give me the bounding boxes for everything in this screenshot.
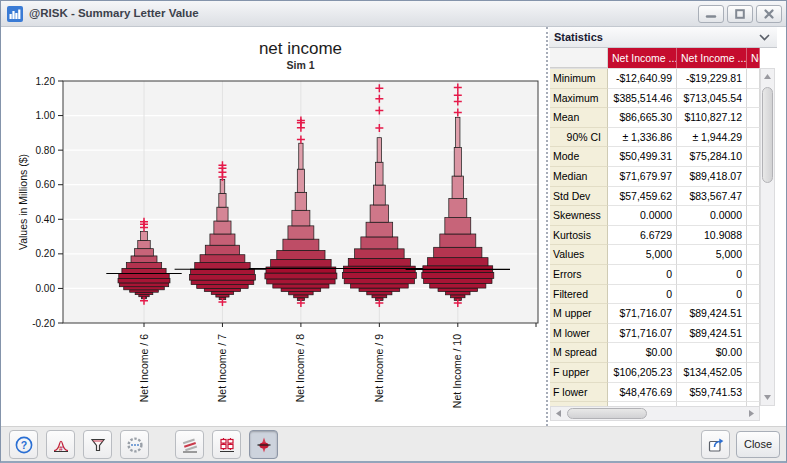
x-axis-label: Net Income / 8: [294, 334, 306, 402]
box-plot-icon: [217, 435, 237, 455]
trend-lines-icon: [180, 435, 200, 455]
stats-cell: [747, 363, 760, 383]
box-plot-button[interactable]: [212, 430, 241, 459]
stats-row: Values5,0005,000: [550, 245, 760, 265]
stats-row: Std Dev$57,459.62$83,567.47: [550, 187, 760, 207]
stats-row: M upper$71,716.07$89,424.51: [550, 304, 760, 324]
stats-cell: [747, 69, 760, 89]
close-window-button[interactable]: [756, 5, 782, 23]
stats-row-label: Kurtosis: [550, 226, 608, 246]
maximize-button[interactable]: [727, 5, 753, 23]
scroll-up-button[interactable]: [761, 69, 774, 84]
stats-row-label: Errors: [550, 265, 608, 285]
stats-row-label: Filtered: [550, 285, 608, 305]
stats-cell: $0.00: [677, 343, 747, 363]
collapse-chevron-icon[interactable]: [758, 33, 771, 42]
stats-row: Errors00: [550, 265, 760, 285]
close-button[interactable]: Close: [736, 431, 780, 458]
stats-cell: $83,567.47: [677, 187, 747, 207]
stats-row-label: Maximum: [550, 89, 608, 109]
stats-cell: [747, 324, 760, 344]
h-scroll-track[interactable]: [550, 406, 760, 421]
stats-row-label: M upper: [550, 304, 608, 324]
summary-plot-icon: [254, 435, 274, 455]
stats-cell: [747, 147, 760, 167]
stats-cell: ± 1,336.86: [608, 128, 677, 148]
stats-row: Maximum$385,514.46$713,045.54: [550, 89, 760, 109]
title-bar[interactable]: @RISK - Summary Letter Value: [1, 1, 786, 27]
stats-cell: [747, 265, 760, 285]
y-tick-label: 0.20: [36, 248, 56, 259]
chart-subtitle: Sim 1: [286, 59, 314, 71]
stats-cell: -$12,640.99: [608, 69, 677, 89]
stats-cell: [747, 128, 760, 148]
stats-cell: $71,716.07: [608, 324, 677, 344]
share-arrow-icon: [706, 435, 726, 455]
v-scroll-thumb[interactable]: [762, 87, 773, 183]
stats-cell: 0.0000: [677, 206, 747, 226]
y-tick-label: -0.20: [32, 318, 55, 329]
x-axis-label: Net Income / 6: [138, 334, 150, 402]
y-tick-label: 0.00: [36, 283, 56, 294]
stats-row: F upper$106,205.23$134,452.05: [550, 363, 760, 383]
stats-cell: [747, 226, 760, 246]
stats-cell: 0: [677, 285, 747, 305]
stats-cell: [747, 304, 760, 324]
stats-cell: 0: [608, 265, 677, 285]
x-axis-label: Net Income / 7: [216, 334, 228, 402]
scroll-right-button[interactable]: [744, 407, 759, 420]
export-button[interactable]: [701, 430, 730, 459]
stats-cell: $89,424.51: [677, 324, 747, 344]
stats-row: Skewness0.00000.0000: [550, 206, 760, 226]
stats-cell: $48,476.69: [608, 383, 677, 403]
stats-row-label: M spread: [550, 343, 608, 363]
stats-row-label: Mode: [550, 147, 608, 167]
stats-cell: [747, 167, 760, 187]
y-tick-label: 0.80: [36, 145, 56, 156]
stats-cell: $71,716.07: [608, 304, 677, 324]
stats-cell: 5,000: [677, 245, 747, 265]
stats-column-header: Net Income ...: [677, 48, 747, 68]
stats-cell: [747, 108, 760, 128]
svg-text:?: ?: [20, 439, 26, 451]
filter-button[interactable]: [83, 430, 112, 459]
h-scroll-thumb[interactable]: [567, 408, 647, 419]
stats-cell: $385,514.46: [608, 89, 677, 109]
scroll-down-button[interactable]: [761, 390, 774, 405]
stats-cell: 5,000: [608, 245, 677, 265]
stats-cell: $106,205.23: [608, 363, 677, 383]
stats-cell: -$19,229.81: [677, 69, 747, 89]
chart-area: 1.201.000.800.600.400.200.00-0.20Net Inc…: [1, 27, 547, 426]
v-scroll-track[interactable]: [760, 68, 775, 406]
close-icon: [762, 8, 776, 20]
scroll-left-button[interactable]: [551, 407, 566, 420]
trend-chart-button[interactable]: [175, 430, 204, 459]
stats-cell: $50,499.31: [608, 147, 677, 167]
stats-row: Kurtosis6.672910.9088: [550, 226, 760, 246]
settings-button[interactable]: [120, 430, 149, 459]
stats-row: 90% CI± 1,336.86± 1,944.29: [550, 128, 760, 148]
x-axis-label: Net Income / 10: [451, 334, 463, 408]
stats-row-label: F upper: [550, 363, 608, 383]
stats-cell: 0.0000: [608, 206, 677, 226]
stats-column-header: Net Income ...: [608, 48, 677, 68]
funnel-icon: [88, 435, 108, 455]
stats-row: Filtered00: [550, 285, 760, 305]
stats-row: M spread$0.00$0.00: [550, 343, 760, 363]
distribution-format-button[interactable]: #: [46, 430, 75, 459]
help-icon: ?: [14, 435, 34, 455]
summary-plot-button[interactable]: [249, 430, 278, 459]
help-button[interactable]: ?: [9, 430, 38, 459]
stats-cell: 0: [608, 285, 677, 305]
y-axis-title: Values in Millions ($): [17, 154, 29, 250]
stats-cell: [747, 343, 760, 363]
minimize-button[interactable]: [698, 5, 724, 23]
stats-cell: [747, 206, 760, 226]
stats-cell: 10.9088: [677, 226, 747, 246]
statistics-header-bar: Statistics: [549, 27, 777, 48]
chart-title: net income: [259, 39, 342, 58]
stats-row-label: Skewness: [550, 206, 608, 226]
stats-row-label: 90% CI: [550, 128, 608, 148]
minimize-icon: [704, 8, 718, 20]
gear-icon: [125, 435, 145, 455]
